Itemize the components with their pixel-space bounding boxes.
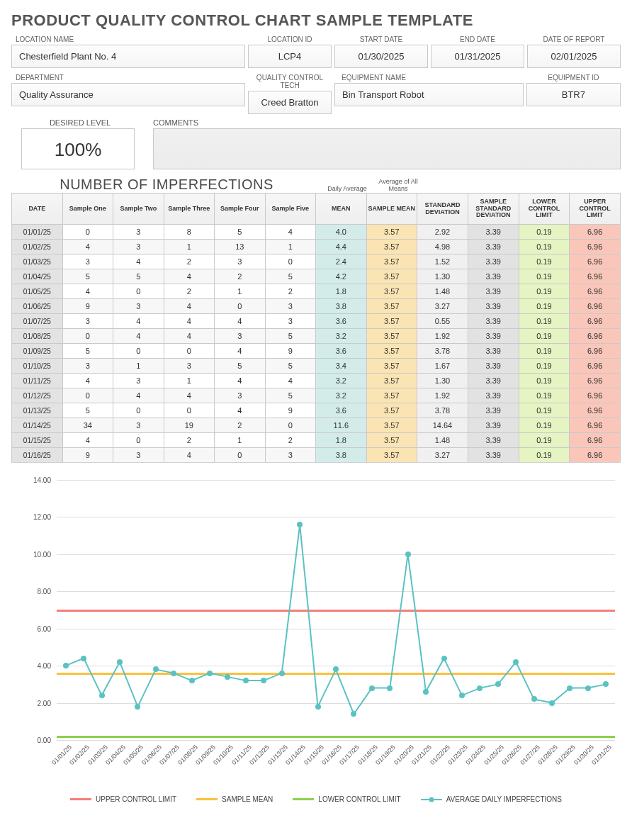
- table-cell: 5: [215, 225, 266, 240]
- table-cell: 4: [164, 329, 215, 344]
- table-row: 01/15/25402121.83.571.483.390.196.96: [12, 433, 621, 448]
- table-cell: 9: [62, 448, 113, 463]
- chart-point: [333, 666, 339, 672]
- table-cell: 4: [164, 448, 215, 463]
- col-s5: Sample Five: [265, 194, 316, 225]
- equipment-name-value[interactable]: Bin Transport Robot: [334, 83, 524, 106]
- desired-level-label: DESIRED LEVEL: [21, 118, 139, 127]
- table-cell: 3.57: [366, 433, 417, 448]
- table-cell: 3.39: [468, 388, 519, 403]
- table-row: 01/12/25044353.23.571.923.390.196.96: [12, 388, 621, 403]
- chart-point: [567, 685, 572, 691]
- table-cell: 01/01/25: [12, 225, 63, 240]
- table-cell: 01/04/25: [12, 269, 63, 284]
- table-cell: 3.39: [468, 254, 519, 269]
- table-cell: 4: [113, 329, 164, 344]
- header-row-1: LOCATION NAME Chesterfield Plant No. 4 L…: [11, 34, 621, 68]
- table-cell: 1.52: [417, 254, 468, 269]
- chart-point: [135, 704, 140, 710]
- table-cell: 2: [265, 284, 316, 299]
- table-cell: 6.96: [570, 433, 621, 448]
- report-date-value[interactable]: 02/01/2025: [527, 45, 621, 68]
- start-date-value[interactable]: 01/30/2025: [334, 45, 428, 68]
- chart-point: [423, 689, 429, 695]
- chart-point: [315, 704, 321, 710]
- table-cell: 3.39: [468, 314, 519, 329]
- table-cell: 3.2: [316, 374, 366, 388]
- table-cell: 6.96: [570, 388, 621, 403]
- table-cell: 01/11/25: [12, 374, 63, 388]
- qc-tech-value[interactable]: Creed Bratton: [248, 91, 332, 114]
- table-cell: 3.57: [366, 329, 417, 344]
- table-cell: 9: [265, 344, 316, 359]
- chart-point: [117, 659, 123, 665]
- grid-line: [57, 740, 615, 741]
- y-tick-label: 2.00: [16, 699, 51, 707]
- table-cell: 1: [164, 240, 215, 254]
- table-cell: 0.19: [519, 448, 570, 463]
- table-cell: 4: [265, 225, 316, 240]
- table-fade: [11, 461, 621, 471]
- table-cell: 14.64: [417, 418, 468, 433]
- chart-point: [297, 522, 303, 527]
- table-cell: 0.19: [519, 388, 570, 403]
- table-cell: 4: [164, 314, 215, 329]
- chart-point: [189, 678, 195, 683]
- table-cell: 0: [265, 254, 316, 269]
- qc-tech-label: QUALITY CONTROL TECH: [248, 72, 332, 91]
- table-cell: 0: [215, 299, 266, 314]
- table-cell: 01/07/25: [12, 314, 63, 329]
- table-cell: 5: [265, 329, 316, 344]
- end-date-value[interactable]: 01/31/2025: [431, 45, 524, 68]
- table-cell: 4: [265, 374, 316, 388]
- table-cell: 9: [265, 403, 316, 418]
- col-ucl: UPPER CONTROL LIMIT: [570, 194, 621, 225]
- table-cell: 3.39: [468, 240, 519, 254]
- col-s1: Sample One: [62, 194, 113, 225]
- location-id-value[interactable]: LCP4: [248, 45, 332, 68]
- table-cell: 3.2: [316, 329, 366, 344]
- table-cell: 3.57: [366, 240, 417, 254]
- table-cell: 5: [113, 269, 164, 284]
- chart-point: [153, 666, 159, 672]
- table-cell: 1.30: [417, 269, 468, 284]
- table-cell: 3.4: [316, 359, 366, 374]
- table-cell: 0.19: [519, 269, 570, 284]
- table-cell: 3.39: [468, 403, 519, 418]
- table-cell: 3: [265, 314, 316, 329]
- table-cell: 5: [62, 403, 113, 418]
- table-cell: 4: [215, 374, 266, 388]
- table-row: 01/14/25343192011.63.5714.643.390.196.96: [12, 418, 621, 433]
- table-cell: 0.19: [519, 284, 570, 299]
- table-cell: 3.57: [366, 448, 417, 463]
- table-cell: 01/10/25: [12, 359, 63, 374]
- desired-level-value[interactable]: 100%: [21, 128, 135, 169]
- table-cell: 4: [62, 374, 113, 388]
- table-cell: 0.19: [519, 254, 570, 269]
- location-name-label: LOCATION NAME: [11, 34, 245, 45]
- comments-field[interactable]: [153, 128, 621, 169]
- table-row: 01/09/25500493.63.573.783.390.196.96: [12, 344, 621, 359]
- table-cell: 3.39: [468, 284, 519, 299]
- table-cell: 6.96: [570, 225, 621, 240]
- table-cell: 4: [164, 269, 215, 284]
- table-cell: 0: [113, 284, 164, 299]
- table-cell: 3.57: [366, 314, 417, 329]
- table-cell: 0.55: [417, 314, 468, 329]
- table-row: 01/11/25431443.23.571.303.390.196.96: [12, 374, 621, 388]
- table-cell: 0.19: [519, 403, 570, 418]
- table-cell: 1: [215, 433, 266, 448]
- col-sd: STANDARD DEVIATION: [417, 194, 468, 225]
- end-date-label: END DATE: [431, 34, 524, 45]
- table-cell: 3.6: [316, 314, 366, 329]
- department-label: DEPARTMENT: [11, 72, 245, 83]
- location-name-value[interactable]: Chesterfield Plant No. 4: [11, 45, 245, 68]
- table-cell: 3.57: [366, 418, 417, 433]
- table-cell: 3.57: [366, 359, 417, 374]
- legend-ucl: UPPER CONTROL LIMIT: [70, 795, 176, 803]
- table-cell: 3.6: [316, 403, 366, 418]
- chart-point: [207, 671, 213, 676]
- table-cell: 4: [215, 314, 266, 329]
- department-value[interactable]: Quality Assurance: [11, 83, 245, 106]
- equipment-id-value[interactable]: BTR7: [526, 83, 621, 106]
